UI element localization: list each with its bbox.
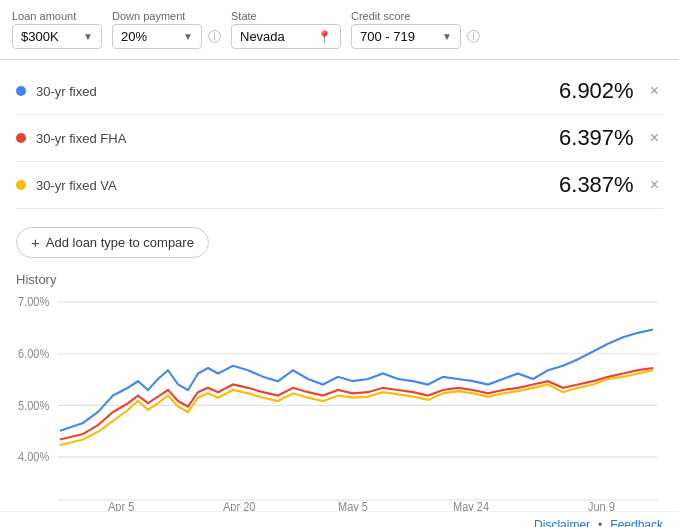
location-icon: 📍 [317,30,332,44]
loan-amount-arrow-icon: ▼ [83,31,93,42]
disclaimer-link[interactable]: Disclaimer [534,518,590,527]
loan-rate-2: 6.387% [559,172,634,198]
add-compare-button[interactable]: + Add loan type to compare [16,227,209,258]
loan-dot-1 [16,133,26,143]
down-payment-arrow-icon: ▼ [183,31,193,42]
svg-text:4.00%: 4.00% [18,451,49,464]
credit-score-value: 700 - 719 [360,29,436,44]
state-value: Nevada [240,29,311,44]
loan-close-2[interactable]: × [646,174,663,196]
loan-name-2: 30-yr fixed VA [36,178,559,193]
loan-name-0: 30-yr fixed [36,84,559,99]
credit-score-arrow-icon: ▼ [442,31,452,42]
loan-dot-2 [16,180,26,190]
svg-text:7.00%: 7.00% [18,296,49,309]
footer-bar: Disclaimer • Feedback [0,511,679,527]
loan-amount-value: $300K [21,29,77,44]
filter-bar: Loan amount $300K ▼ Down payment 20% ▼ ⓘ… [0,0,679,60]
loan-row-0: 30-yr fixed 6.902% × [16,68,663,115]
line-30yr-fixed [60,330,653,431]
down-payment-value: 20% [121,29,177,44]
history-section: History 7.00% 6.00% 5.00% 4.00% Apr 5 Ap… [0,268,679,511]
add-compare-label: Add loan type to compare [46,235,194,250]
state-label: State [231,10,341,22]
line-30yr-fha [60,368,653,440]
svg-text:Apr 20: Apr 20 [223,501,255,511]
loan-close-1[interactable]: × [646,127,663,149]
svg-text:5.00%: 5.00% [18,399,49,412]
credit-score-label: Credit score [351,10,480,22]
footer-separator: • [598,518,602,527]
down-payment-dropdown[interactable]: 20% ▼ [112,24,202,49]
history-label: History [16,272,663,287]
loan-row-1: 30-yr fixed FHA 6.397% × [16,115,663,162]
svg-text:Jun 9: Jun 9 [588,501,615,511]
loan-rate-1: 6.397% [559,125,634,151]
credit-score-info-icon[interactable]: ⓘ [467,28,480,46]
svg-text:Apr 5: Apr 5 [108,501,134,511]
loan-name-1: 30-yr fixed FHA [36,131,559,146]
down-payment-label: Down payment [112,10,221,22]
loan-rows-container: 30-yr fixed 6.902% × 30-yr fixed FHA 6.3… [0,60,679,217]
chart-svg: 7.00% 6.00% 5.00% 4.00% Apr 5 Apr 20 May… [18,291,661,511]
loan-close-0[interactable]: × [646,80,663,102]
loan-amount-group: Loan amount $300K ▼ [12,10,102,49]
down-payment-group: Down payment 20% ▼ ⓘ [112,10,221,49]
loan-dot-0 [16,86,26,96]
credit-score-group: Credit score 700 - 719 ▼ ⓘ [351,10,480,49]
credit-score-dropdown[interactable]: 700 - 719 ▼ [351,24,461,49]
feedback-link[interactable]: Feedback [610,518,663,527]
state-dropdown[interactable]: Nevada 📍 [231,24,341,49]
loan-row-2: 30-yr fixed VA 6.387% × [16,162,663,209]
svg-text:May 24: May 24 [453,501,490,511]
state-group: State Nevada 📍 [231,10,341,49]
chart-container: 7.00% 6.00% 5.00% 4.00% Apr 5 Apr 20 May… [18,291,661,511]
loan-amount-label: Loan amount [12,10,102,22]
down-payment-info-icon[interactable]: ⓘ [208,28,221,46]
loan-amount-dropdown[interactable]: $300K ▼ [12,24,102,49]
loan-rate-0: 6.902% [559,78,634,104]
svg-text:6.00%: 6.00% [18,348,49,361]
svg-text:May 5: May 5 [338,501,368,511]
plus-icon: + [31,234,40,251]
